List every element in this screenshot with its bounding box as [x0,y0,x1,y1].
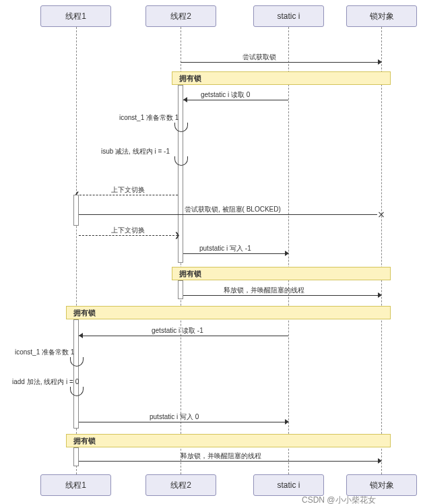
activation-thread1-2 [73,319,79,429]
arrow-m5 [76,195,178,195]
arrow-head-m8 [285,251,289,256]
arrow-m10 [79,336,288,336]
participant-label: 线程2 [170,11,191,22]
arrow-head-m13 [285,419,289,424]
msg-iconst-2: iconst_1 准备常数 1 [15,348,74,357]
fragment-label-1: 拥有锁 [174,71,207,86]
arrow-m2 [183,100,288,100]
msg-release-lock-2: 释放锁，并唤醒阻塞的线程 [181,451,261,461]
fragment-label-2: 拥有锁 [174,267,207,281]
self-loop-m11 [70,357,84,367]
participant-lock-top: 锁对象 [346,5,417,27]
watermark: CSDN @小小柴花女 [302,495,376,504]
arrow-m7 [79,235,178,236]
participant-label: 锁对象 [370,480,394,491]
self-loop-m4 [174,156,188,166]
participant-label: 线程1 [65,11,86,22]
msg-getstatic-0: getstatic i 读取 0 [201,90,250,100]
participant-thread2-top: 线程2 [145,5,216,27]
msg-iadd: iadd 加法, 线程内 i = 0 [12,377,79,387]
arrow-head-m10 [79,333,83,338]
msg-context-switch-1: 上下文切换 [111,185,145,195]
msg-blocked: 尝试获取锁, 被阻塞( BLOCKED) [185,205,281,214]
msg-attempt-lock: 尝试获取锁 [242,53,276,62]
participant-label: 线程2 [170,480,191,491]
arrow-head-m1 [378,59,382,65]
participant-thread1-top: 线程1 [40,5,111,27]
participant-static-i-bottom: static i [253,474,324,496]
arrow-head-m9 [378,292,382,298]
fragment-own-lock-4 [66,434,391,447]
activation-thread2-2 [178,280,183,299]
msg-putstatic-0: putstatic i 写入 0 [150,412,199,422]
msg-release-lock-1: 释放锁，并唤醒阻塞的线程 [224,286,304,295]
lifeline-lock [381,27,382,474]
arrow-head-m2 [183,97,187,102]
self-loop-m3 [174,123,188,132]
arrow-head-m7: ❯ [174,231,180,239]
msg-isub: isub 减法, 线程内 i = -1 [101,147,170,156]
participant-label: static i [277,480,300,490]
participant-label: static i [277,11,300,21]
arrow-m8 [183,253,288,254]
participant-label: 锁对象 [370,11,394,22]
self-loop-m12 [70,387,84,396]
msg-iconst-1: iconst_1 准备常数 1 [119,113,179,123]
arrow-m13 [79,422,288,422]
activation-thread1-3 [73,447,79,466]
cross-m6 [378,211,385,218]
arrow-head-m14 [378,458,382,464]
msg-getstatic-neg1: getstatic i 读取 -1 [152,326,203,336]
participant-lock-bottom: 锁对象 [346,474,417,496]
participant-thread2-bottom: 线程2 [145,474,216,496]
arrow-m14 [79,461,381,462]
fragment-own-lock-3 [66,306,391,319]
fragment-label-4: 拥有锁 [68,434,101,448]
msg-putstatic-neg1: putstatic i 写入 -1 [199,244,251,253]
participant-label: 线程1 [65,480,86,491]
arrow-m9 [183,295,381,296]
activation-thread1-1 [73,195,79,226]
arrow-m6 [79,214,377,215]
participant-static-i-top: static i [253,5,324,27]
msg-context-switch-2: 上下文切换 [111,226,145,235]
arrow-m1 [181,62,381,63]
participant-thread1-bottom: 线程1 [40,474,111,496]
fragment-label-3: 拥有锁 [68,306,101,320]
